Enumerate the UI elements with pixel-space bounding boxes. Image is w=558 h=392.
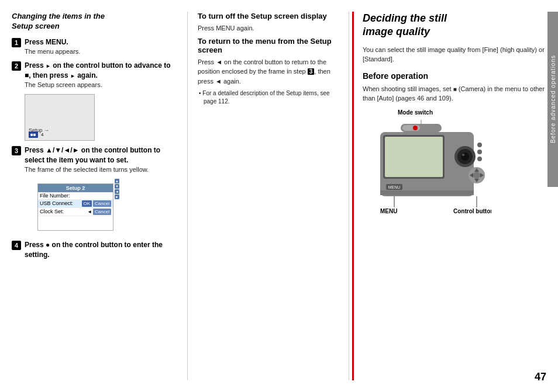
middle-body-1: Press MENU again. bbox=[198, 23, 340, 33]
screen1-icon-row: ■■ 4 bbox=[29, 130, 43, 138]
camera-lcd bbox=[385, 137, 443, 177]
control-button-center bbox=[473, 172, 480, 179]
page-number: 47 bbox=[535, 371, 546, 383]
step-1-bold: Press MENU. bbox=[25, 37, 175, 47]
step-3-normal: The frame of the selected item turns yel… bbox=[25, 165, 175, 174]
screen2-row-3: Clock Set: ◄ Cancel bbox=[38, 208, 113, 216]
middle-column: To turn off the Setup screen display Pre… bbox=[191, 12, 346, 380]
step-1-normal: The menu appears. bbox=[25, 47, 175, 56]
step-2-normal: The Setup screen appears. bbox=[25, 81, 175, 89]
screen-mockup-1: Setup → ■■ 4 bbox=[25, 94, 95, 141]
step-1: 1 Press MENU. The menu appears. bbox=[12, 37, 175, 56]
menu-button-text: MENU bbox=[388, 185, 401, 189]
screen2-row-2: USB Connect: OK Cancel bbox=[38, 200, 113, 208]
col-divider-1 bbox=[187, 12, 188, 380]
step-number-1: 1 bbox=[12, 38, 21, 47]
screen-mockup-2: Setup 2 File Number: USB Connect: OK Can… bbox=[37, 183, 113, 231]
screen-mockup-2-container: Setup 2 File Number: USB Connect: OK Can… bbox=[25, 179, 175, 235]
step-4: 4 Press ● on the control button to enter… bbox=[12, 240, 175, 260]
right-section-title: Deciding the still image quality bbox=[363, 12, 552, 39]
step-content-2: Press ► on the control button to advance… bbox=[25, 61, 175, 89]
step-ref-badge: 3 bbox=[308, 68, 315, 75]
step-content-4: Press ● on the control button to enter t… bbox=[25, 240, 175, 260]
camera-lens-core bbox=[461, 152, 469, 161]
step-number-3: 3 bbox=[12, 146, 21, 155]
middle-bullet: • For a detailed description of the Setu… bbox=[198, 89, 340, 106]
sidebar-label: Before advanced operations bbox=[547, 12, 558, 187]
step-number-2: 2 bbox=[12, 61, 21, 71]
right-body-1: You can select the still image quality f… bbox=[363, 45, 552, 64]
right-column: Deciding the still image quality You can… bbox=[352, 12, 552, 380]
menu-label-text: MENU bbox=[380, 208, 397, 214]
camera-lens-reflection bbox=[462, 154, 464, 156]
right-body-2: When shooting still images, set ■ (Camer… bbox=[363, 84, 552, 103]
col-divider-2 bbox=[349, 12, 349, 380]
middle-title-2: To return to the menu from the Setup scr… bbox=[198, 37, 340, 54]
middle-body-2: Press ◄ on the control button to return … bbox=[198, 57, 340, 86]
step-4-bold: Press ● on the control button to enter t… bbox=[25, 240, 175, 260]
camera-btn-1 bbox=[477, 143, 482, 147]
step-2-bold: Press ► on the control button to advance… bbox=[25, 61, 175, 81]
step-content-1: Press MENU. The menu appears. bbox=[25, 37, 175, 56]
camera-svg: MENU MENU Control button bbox=[363, 117, 491, 222]
mode-switch-indicator bbox=[413, 126, 418, 130]
step-content-3: Press ▲/▼/◄/► on the control button to s… bbox=[25, 145, 175, 174]
left-column: Changing the items in the Setup screen 1… bbox=[12, 12, 184, 380]
step-number-4: 4 bbox=[12, 241, 21, 250]
screen2-row-1: File Number: bbox=[38, 192, 113, 200]
camera-illustration-container: Mode switch bbox=[363, 109, 491, 224]
page-container: Changing the items in the Setup screen 1… bbox=[0, 0, 558, 392]
step-3-bold: Press ▲/▼/◄/► on the control button to s… bbox=[25, 145, 175, 165]
step-2: 2 Press ► on the control button to advan… bbox=[12, 61, 175, 89]
right-subsection-title: Before operation bbox=[363, 71, 552, 81]
camera-btn-2 bbox=[477, 150, 482, 154]
screen2-side-buttons: ▲ ▼ ◄ ► bbox=[115, 179, 119, 235]
camera-bottom bbox=[380, 190, 474, 195]
control-button-label-text: Control button bbox=[453, 208, 491, 214]
mode-switch-label: Mode switch bbox=[398, 109, 491, 116]
step-3: 3 Press ▲/▼/◄/► on the control button to… bbox=[12, 145, 175, 174]
section-title: Changing the items in the Setup screen bbox=[12, 12, 175, 32]
screen2-header: Setup 2 bbox=[38, 184, 113, 192]
middle-title-1: To turn off the Setup screen display bbox=[198, 12, 340, 20]
camera-btn-3 bbox=[477, 157, 482, 161]
